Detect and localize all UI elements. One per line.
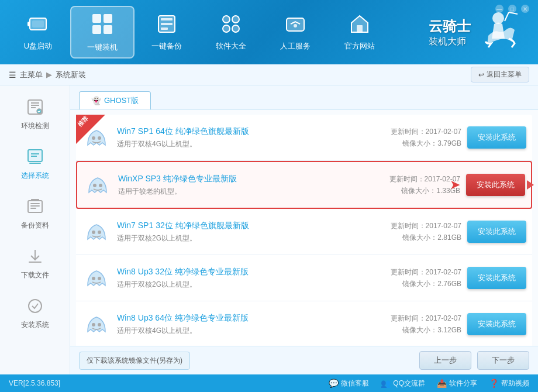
status-items: 💬 微信客服 👥 QQ交流群 📤 软件分享 ❓ 帮助视频 (329, 379, 529, 388)
download-icon (26, 247, 44, 267)
system-item-4: Win8 Up3 32位 纯净绿色专业最新版 适用于双核2G以上机型。 更新时间… (76, 255, 532, 301)
window-controls: — □ ✕ (495, 5, 529, 13)
system-size-2: 镜像大小：1.33GB (367, 186, 460, 196)
next-button[interactable]: 下一步 (477, 351, 529, 370)
system-name-2[interactable]: WinXP SP3 纯净绿色专业最新版 (118, 174, 361, 184)
back-button[interactable]: ↩ 返回主菜单 (471, 67, 529, 82)
system-desc-3: 适用于双核2G以上机型。 (117, 233, 362, 243)
sidebar-item-env[interactable]: 环境检测 (6, 91, 64, 138)
status-share[interactable]: 📤 软件分享 (437, 379, 477, 388)
system-list: 推荐 Win7 SP1 64位 纯净绿色旗舰最新版 适用于双核4G以上机型。 更… (70, 110, 538, 346)
system-item-2: WinXP SP3 纯净绿色专业最新版 适用于较老的机型。 更新时间：2017-… (76, 161, 532, 209)
qq-icon: 👥 (381, 379, 391, 388)
nav-label-software: 软件大全 (216, 41, 246, 51)
nav-label-website: 官方网站 (344, 41, 375, 51)
ghost-icon-2 (83, 169, 112, 201)
svg-point-37 (98, 231, 101, 234)
sidebar-label-download: 下载文件 (21, 270, 49, 280)
close-button[interactable]: ✕ (521, 5, 529, 13)
svg-rect-2 (27, 22, 30, 26)
svg-point-40 (92, 323, 95, 326)
svg-rect-30 (29, 262, 42, 263)
nav-label-usb: U盘启动 (24, 41, 52, 51)
svg-point-35 (99, 184, 102, 187)
bottom-bar: 仅下载该系统镜像文件(另存为) 上一步 下一步 (70, 346, 538, 374)
svg-rect-29 (31, 199, 39, 201)
sidebar-item-download[interactable]: 下载文件 (6, 240, 64, 287)
sidebar-item-install[interactable]: 安装系统 (6, 290, 64, 337)
install-button-5[interactable]: 安装此系统 (467, 313, 526, 335)
usb-icon (27, 13, 49, 37)
svg-point-16 (294, 24, 297, 27)
svg-rect-9 (161, 23, 173, 25)
env-icon (26, 98, 44, 118)
status-wechat[interactable]: 💬 微信客服 (329, 379, 369, 388)
install-button-1[interactable]: 安装此系统 (467, 126, 526, 149)
sidebar-item-select[interactable]: 选择系统 (6, 141, 64, 188)
logo-area: 云骑士 装机大师 (429, 9, 532, 56)
sidebar-label-backup: 备份资料 (21, 221, 49, 231)
sidebar-item-backup[interactable]: 备份资料 (6, 191, 64, 238)
system-meta-4: 更新时间：2017-02-07 镜像大小：2.76GB (368, 267, 461, 289)
system-size-4: 镜像大小：2.76GB (368, 279, 461, 289)
system-meta-3: 更新时间：2017-02-07 镜像大小：2.81GB (368, 221, 461, 243)
system-meta-5: 更新时间：2017-02-07 镜像大小：3.12GB (368, 314, 461, 335)
nav-item-usb[interactable]: U盘启动 (6, 6, 70, 59)
tab-ghost[interactable]: 👻 GHOST版 (79, 91, 151, 109)
svg-point-13 (223, 25, 230, 32)
system-name-4[interactable]: Win8 Up3 32位 纯净绿色专业最新版 (117, 267, 362, 277)
svg-point-12 (232, 16, 239, 23)
system-name-3[interactable]: Win7 SP1 32位 纯净绿色旗舰最新版 (117, 221, 362, 231)
svg-point-11 (223, 16, 230, 23)
nav-label-service: 人工服务 (280, 41, 311, 51)
header: — □ ✕ U盘启动 (0, 0, 538, 64)
svg-rect-28 (30, 208, 36, 209)
svg-rect-1 (32, 20, 44, 27)
service-icon (285, 13, 306, 37)
system-name-5[interactable]: Win8 Up3 64位 纯净绿色专业最新版 (117, 313, 362, 324)
nav-item-onekey[interactable]: 一键装机 (70, 6, 134, 59)
svg-rect-10 (161, 27, 168, 30)
sidebar-label-select: 选择系统 (21, 171, 49, 181)
sidebar: 环境检测 选择系统 (0, 85, 70, 374)
prev-button[interactable]: 上一步 (419, 351, 471, 370)
nav-item-website[interactable]: 官方网站 (327, 6, 392, 59)
status-bar: VER[2.5.36.853] 💬 微信客服 👥 QQ交流群 📤 软件分享 ❓ … (0, 374, 538, 392)
svg-rect-5 (92, 25, 101, 34)
select-icon (26, 148, 44, 167)
onekey-icon (91, 12, 114, 39)
nav-item-software[interactable]: 软件大全 (199, 6, 263, 59)
minimize-button[interactable]: — (495, 5, 503, 13)
svg-point-18 (492, 12, 504, 24)
svg-rect-27 (30, 205, 40, 207)
svg-point-41 (98, 323, 101, 326)
system-name-1[interactable]: Win7 SP1 64位 纯净绿色旗舰最新版 (117, 126, 362, 137)
install-button-2[interactable]: 安装此系统 (466, 174, 525, 196)
system-info-1: Win7 SP1 64位 纯净绿色旗舰最新版 适用于双核4G以上机型。 (117, 126, 362, 149)
system-item-5: Win8 Up3 64位 纯净绿色专业最新版 适用于双核4G以上机型。 更新时间… (76, 301, 532, 346)
main-layout: 环境检测 选择系统 (0, 85, 538, 374)
system-desc-5: 适用于双核4G以上机型。 (117, 326, 362, 336)
svg-point-14 (232, 25, 239, 32)
nav-item-service[interactable]: 人工服务 (263, 6, 327, 59)
content-area: 👻 GHOST版 推荐 Win7 SP1 64位 纯净绿色旗舰最新版 适用于双核… (70, 85, 538, 374)
svg-point-36 (92, 231, 95, 234)
status-help[interactable]: ❓ 帮助视频 (489, 379, 529, 388)
download-only-button[interactable]: 仅下载该系统镜像文件(另存为) (79, 352, 190, 370)
system-desc-4: 适用于双核2G以上机型。 (117, 280, 362, 290)
nav-label-backup: 一键备份 (151, 41, 182, 51)
breadcrumb-home[interactable]: 主菜单 (20, 70, 43, 80)
nav-item-backup[interactable]: 一键备份 (134, 6, 199, 59)
back-icon: ↩ (478, 71, 484, 79)
system-item-1: 推荐 Win7 SP1 64位 纯净绿色旗舰最新版 适用于双核4G以上机型。 更… (76, 115, 532, 161)
install-button-3[interactable]: 安装此系统 (467, 221, 526, 243)
system-update-5: 更新时间：2017-02-07 (368, 314, 461, 324)
install-button-4[interactable]: 安装此系统 (467, 267, 526, 289)
svg-rect-4 (104, 14, 112, 23)
share-icon: 📤 (437, 379, 447, 388)
svg-rect-8 (161, 18, 173, 20)
status-qq[interactable]: 👥 QQ交流群 (381, 379, 425, 388)
system-size-5: 镜像大小：3.12GB (368, 325, 461, 335)
system-update-4: 更新时间：2017-02-07 (368, 267, 461, 277)
maximize-button[interactable]: □ (508, 5, 516, 13)
